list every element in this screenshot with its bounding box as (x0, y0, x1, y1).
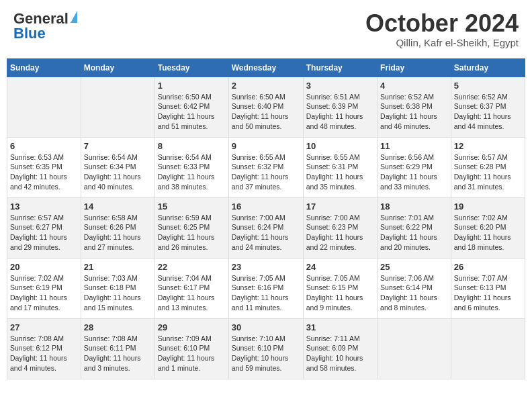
location: Qillin, Kafr el-Sheikh, Egypt (365, 37, 519, 48)
header-wednesday: Wednesday (228, 58, 303, 77)
day-info: Sunrise: 7:00 AMSunset: 6:24 PMDaylight:… (232, 213, 300, 253)
day-info: Sunrise: 6:50 AMSunset: 6:40 PMDaylight:… (232, 92, 300, 132)
day-number: 19 (454, 201, 522, 212)
day-number: 31 (306, 322, 374, 332)
day-number: 3 (306, 81, 374, 91)
table-row (451, 318, 525, 379)
table-row: 14 Sunrise: 6:58 AMSunset: 6:26 PMDaylig… (81, 197, 154, 258)
table-row: 27 Sunrise: 7:08 AMSunset: 6:12 PMDaylig… (7, 318, 81, 379)
day-info: Sunrise: 6:54 AMSunset: 6:33 PMDaylight:… (158, 152, 226, 192)
day-number: 23 (232, 262, 300, 272)
table-row: 25 Sunrise: 7:06 AMSunset: 6:14 PMDaylig… (378, 258, 451, 318)
day-info: Sunrise: 7:00 AMSunset: 6:23 PMDaylight:… (306, 213, 374, 253)
table-row: 5 Sunrise: 6:52 AMSunset: 6:37 PMDayligh… (451, 77, 525, 137)
day-info: Sunrise: 7:08 AMSunset: 6:12 PMDaylight:… (10, 334, 78, 373)
table-row: 6 Sunrise: 6:53 AMSunset: 6:35 PMDayligh… (7, 137, 81, 197)
table-row: 23 Sunrise: 7:05 AMSunset: 6:16 PMDaylig… (228, 258, 303, 318)
day-info: Sunrise: 7:10 AMSunset: 6:10 PMDaylight:… (232, 334, 300, 373)
day-number: 24 (306, 262, 374, 272)
day-info: Sunrise: 7:09 AMSunset: 6:10 PMDaylight:… (158, 334, 226, 373)
table-row: 11 Sunrise: 6:56 AMSunset: 6:29 PMDaylig… (378, 137, 451, 197)
day-number: 29 (158, 322, 226, 332)
table-row: 4 Sunrise: 6:52 AMSunset: 6:38 PMDayligh… (378, 77, 451, 137)
day-info: Sunrise: 7:11 AMSunset: 6:09 PMDaylight:… (306, 334, 374, 373)
day-info: Sunrise: 7:01 AMSunset: 6:22 PMDaylight:… (380, 213, 448, 253)
table-row: 22 Sunrise: 7:04 AMSunset: 6:17 PMDaylig… (154, 258, 228, 318)
logo: General Blue (13, 10, 77, 42)
day-info: Sunrise: 7:08 AMSunset: 6:11 PMDaylight:… (84, 334, 152, 373)
calendar-week-row: 27 Sunrise: 7:08 AMSunset: 6:12 PMDaylig… (7, 318, 525, 379)
day-info: Sunrise: 6:55 AMSunset: 6:31 PMDaylight:… (306, 152, 374, 192)
table-row: 1 Sunrise: 6:50 AMSunset: 6:42 PMDayligh… (154, 77, 228, 137)
header-sunday: Sunday (7, 58, 81, 77)
day-info: Sunrise: 6:56 AMSunset: 6:29 PMDaylight:… (380, 152, 448, 192)
table-row: 24 Sunrise: 7:05 AMSunset: 6:15 PMDaylig… (303, 258, 377, 318)
day-number: 16 (232, 201, 300, 212)
logo-triangle-icon (71, 11, 77, 23)
day-info: Sunrise: 6:59 AMSunset: 6:25 PMDaylight:… (158, 213, 226, 253)
day-number: 13 (10, 201, 78, 212)
calendar-header-row: Sunday Monday Tuesday Wednesday Thursday… (7, 58, 525, 77)
day-info: Sunrise: 7:05 AMSunset: 6:16 PMDaylight:… (232, 273, 300, 313)
day-number: 4 (380, 81, 448, 91)
day-info: Sunrise: 6:54 AMSunset: 6:34 PMDaylight:… (84, 152, 152, 192)
logo-text-blue: Blue (13, 25, 46, 42)
table-row: 15 Sunrise: 6:59 AMSunset: 6:25 PMDaylig… (154, 197, 228, 258)
table-row: 2 Sunrise: 6:50 AMSunset: 6:40 PMDayligh… (228, 77, 303, 137)
day-number: 17 (306, 201, 374, 212)
table-row: 3 Sunrise: 6:51 AMSunset: 6:39 PMDayligh… (303, 77, 377, 137)
day-info: Sunrise: 7:04 AMSunset: 6:17 PMDaylight:… (158, 273, 226, 313)
day-info: Sunrise: 7:02 AMSunset: 6:20 PMDaylight:… (454, 213, 522, 253)
day-info: Sunrise: 6:51 AMSunset: 6:39 PMDaylight:… (306, 92, 374, 132)
header-tuesday: Tuesday (154, 58, 228, 77)
calendar-week-row: 13 Sunrise: 6:57 AMSunset: 6:27 PMDaylig… (7, 197, 525, 258)
table-row: 18 Sunrise: 7:01 AMSunset: 6:22 PMDaylig… (378, 197, 451, 258)
day-info: Sunrise: 6:50 AMSunset: 6:42 PMDaylight:… (158, 92, 226, 132)
day-number: 26 (454, 262, 522, 272)
day-info: Sunrise: 7:02 AMSunset: 6:19 PMDaylight:… (10, 273, 78, 313)
day-info: Sunrise: 7:03 AMSunset: 6:18 PMDaylight:… (84, 273, 152, 313)
table-row: 30 Sunrise: 7:10 AMSunset: 6:10 PMDaylig… (228, 318, 303, 379)
day-number: 30 (232, 322, 300, 332)
day-number: 14 (84, 201, 152, 212)
day-number: 5 (454, 81, 522, 91)
day-number: 11 (380, 141, 448, 151)
day-info: Sunrise: 7:06 AMSunset: 6:14 PMDaylight:… (380, 273, 448, 313)
header-thursday: Thursday (303, 58, 377, 77)
day-info: Sunrise: 6:58 AMSunset: 6:26 PMDaylight:… (84, 213, 152, 253)
day-number: 22 (158, 262, 226, 272)
day-number: 28 (84, 322, 152, 332)
calendar-week-row: 6 Sunrise: 6:53 AMSunset: 6:35 PMDayligh… (7, 137, 525, 197)
table-row: 7 Sunrise: 6:54 AMSunset: 6:34 PMDayligh… (81, 137, 154, 197)
header-monday: Monday (81, 58, 154, 77)
day-number: 12 (454, 141, 522, 151)
table-row (7, 77, 81, 137)
day-number: 2 (232, 81, 300, 91)
table-row: 8 Sunrise: 6:54 AMSunset: 6:33 PMDayligh… (154, 137, 228, 197)
table-row: 17 Sunrise: 7:00 AMSunset: 6:23 PMDaylig… (303, 197, 377, 258)
day-number: 6 (10, 141, 78, 151)
table-row: 29 Sunrise: 7:09 AMSunset: 6:10 PMDaylig… (154, 318, 228, 379)
day-info: Sunrise: 7:05 AMSunset: 6:15 PMDaylight:… (306, 273, 374, 313)
day-number: 18 (380, 201, 448, 212)
table-row: 10 Sunrise: 6:55 AMSunset: 6:31 PMDaylig… (303, 137, 377, 197)
day-info: Sunrise: 6:52 AMSunset: 6:37 PMDaylight:… (454, 92, 522, 132)
day-number: 27 (10, 322, 78, 332)
table-row (378, 318, 451, 379)
day-number: 9 (232, 141, 300, 151)
table-row: 21 Sunrise: 7:03 AMSunset: 6:18 PMDaylig… (81, 258, 154, 318)
day-info: Sunrise: 6:52 AMSunset: 6:38 PMDaylight:… (380, 92, 448, 132)
day-number: 7 (84, 141, 152, 151)
calendar-week-row: 1 Sunrise: 6:50 AMSunset: 6:42 PMDayligh… (7, 77, 525, 137)
header-saturday: Saturday (451, 58, 525, 77)
table-row (81, 77, 154, 137)
day-info: Sunrise: 6:57 AMSunset: 6:27 PMDaylight:… (10, 213, 78, 253)
day-number: 25 (380, 262, 448, 272)
day-number: 10 (306, 141, 374, 151)
day-info: Sunrise: 7:07 AMSunset: 6:13 PMDaylight:… (454, 273, 522, 313)
header-friday: Friday (378, 58, 451, 77)
calendar-table: Sunday Monday Tuesday Wednesday Thursday… (7, 58, 525, 379)
table-row: 13 Sunrise: 6:57 AMSunset: 6:27 PMDaylig… (7, 197, 81, 258)
table-row: 12 Sunrise: 6:57 AMSunset: 6:28 PMDaylig… (451, 137, 525, 197)
month-title: October 2024 (365, 10, 519, 37)
